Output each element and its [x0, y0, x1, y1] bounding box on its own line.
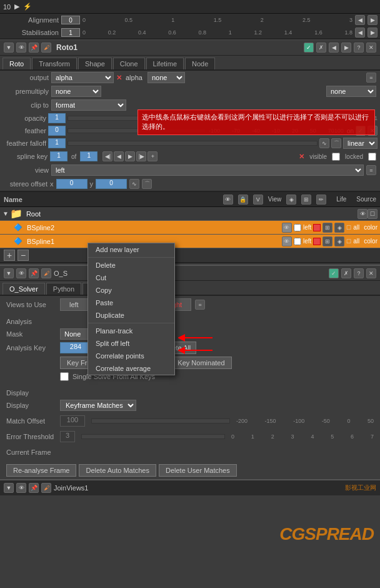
ctx-planar-track[interactable]: Planar-track [88, 325, 174, 337]
ctx-split-off-left[interactable]: Split off left [88, 337, 174, 350]
ctx-paste[interactable]: Paste [88, 297, 174, 309]
reanalyse-btn[interactable]: Re-analyse Frame [6, 464, 76, 477]
panel-collapse-btn[interactable]: ▼ [4, 43, 14, 53]
final-eye-btn[interactable]: 👁 [16, 483, 26, 493]
ctx-duplicate[interactable]: Duplicate [88, 309, 174, 322]
feather-falloff-curve-btn[interactable]: ⌒ [331, 138, 341, 148]
layer-view-btn[interactable]: V [253, 195, 263, 205]
spline-key-visible-cb[interactable] [332, 153, 340, 161]
spline-key-total-input[interactable]: 1 [80, 151, 98, 161]
output-extra-select[interactable]: none [148, 72, 185, 83]
display-select[interactable]: Keyframe Matches [60, 400, 136, 411]
tab-clone[interactable]: Clone [113, 58, 145, 69]
layer-lock-btn[interactable]: 🔒 [238, 195, 248, 205]
match-offset-track[interactable] [91, 418, 230, 423]
bspline2-icon-btn[interactable]: ⊞ [322, 223, 332, 233]
next-key2-btn[interactable]: |▶ [136, 151, 146, 161]
ctx-add-new-layer[interactable]: Add new layer [88, 243, 174, 256]
bottom-brush-btn[interactable]: 🖌 [41, 268, 51, 278]
timeline-btn-3[interactable]: ◀ [355, 28, 365, 38]
tab-lifetime[interactable]: Lifetime [146, 58, 184, 69]
add-key-btn[interactable]: + [148, 151, 158, 161]
tab-shape[interactable]: Shape [78, 58, 112, 69]
view-select[interactable]: left [51, 165, 364, 176]
bottom-eye-btn[interactable]: 👁 [16, 268, 26, 278]
tab-python[interactable]: Python [46, 283, 81, 295]
feather-input[interactable]: 0 [48, 126, 66, 136]
error-threshold-input[interactable]: 3 [60, 431, 75, 442]
tab-o-solver[interactable]: O_Solver [2, 283, 45, 295]
spline-key-input[interactable]: 1 [50, 151, 68, 161]
bottom-close-btn[interactable]: ✕ [366, 268, 376, 278]
stereo-x-input[interactable]: 0 [56, 179, 88, 189]
views-equals-btn[interactable]: = [195, 300, 205, 310]
panel-brush-btn[interactable]: 🖌 [41, 43, 51, 53]
root-eye-icon[interactable]: 👁 [358, 209, 368, 219]
feather-falloff-wave-btn[interactable]: ∿ [319, 138, 329, 148]
bottom-q-btn[interactable]: ? [354, 268, 364, 278]
layer-bspline2-row[interactable]: 🔷 BSpline2 👁 left ⊞ ◈ ☐ all color [0, 221, 380, 235]
tab-transform[interactable]: Transform [32, 58, 77, 69]
bottom-collapse-btn[interactable]: ▼ [4, 268, 14, 278]
layer-icons-3[interactable]: ✏ [316, 195, 326, 205]
ctx-correlate-points[interactable]: Correlate points [88, 350, 174, 362]
stereo-y-input[interactable]: 0 [96, 179, 127, 189]
ctx-correlate-average[interactable]: Correlate average [88, 362, 174, 375]
premultiply-extra-select[interactable]: none [326, 86, 376, 97]
stabilisation-value[interactable]: 1 [61, 28, 80, 37]
final-brush-btn[interactable]: 🖌 [41, 483, 51, 493]
clip-to-select[interactable]: format [51, 99, 126, 111]
panel-pin-btn[interactable]: 📌 [29, 43, 39, 53]
delete-auto-btn[interactable]: Delete Auto Matches [79, 464, 156, 477]
alignment-value[interactable]: 0 [61, 16, 80, 24]
timeline-btn-1[interactable]: ◀ [355, 15, 365, 25]
remove-layer-btn[interactable]: − [18, 250, 29, 261]
error-threshold-track[interactable] [81, 434, 225, 439]
bspline1-eye[interactable]: 👁 [282, 236, 292, 246]
single-solve-cb[interactable] [60, 372, 69, 381]
bottom-pin-btn[interactable]: 📌 [29, 268, 39, 278]
bspline1-icon-btn2[interactable]: ◈ [334, 236, 344, 246]
layer-eye-btn[interactable]: 👁 [223, 195, 233, 205]
feather-falloff-select[interactable]: linear [343, 138, 378, 149]
panel-close-btn[interactable]: ✕ [366, 43, 376, 53]
panel-check-btn[interactable]: ✓ [304, 43, 314, 53]
panel-eye-btn[interactable]: 👁 [16, 43, 26, 53]
output-select[interactable]: alpha [51, 72, 114, 83]
bottom-x-btn[interactable]: ✗ [341, 268, 351, 278]
prev-key2-btn[interactable]: ◀ [114, 151, 124, 161]
bspline1-cb1[interactable] [294, 238, 301, 245]
layer-bspline1-row[interactable]: 🔷 BSpline1 👁 left ⊞ ◈ ☐ all color [0, 235, 380, 248]
timeline-btn-2[interactable]: ▶ [368, 15, 378, 25]
stereo-curve-btn[interactable]: ⌒ [142, 179, 152, 189]
spline-key-locked-cb[interactable] [368, 153, 376, 161]
view-btn-left-1[interactable]: left [60, 298, 88, 311]
bspline2-eye[interactable]: 👁 [282, 223, 292, 233]
analysis-key-input[interactable]: 284 [60, 342, 91, 353]
layer-icons-2[interactable]: ⊞ [301, 195, 311, 205]
bspline2-icon-btn2[interactable]: ◈ [334, 223, 344, 233]
lightning-icon[interactable]: ⚡ [23, 3, 32, 11]
prev-key-btn[interactable]: ◀| [102, 151, 112, 161]
bspline1-icon-btn[interactable]: ⊞ [322, 236, 332, 246]
final-pin-btn[interactable]: 📌 [29, 483, 39, 493]
tab-roto[interactable]: Roto [2, 58, 31, 69]
ctx-cut[interactable]: Cut [88, 271, 174, 284]
key-nominated-btn[interactable]: Key Nominated [171, 357, 231, 369]
stereo-wave-btn[interactable]: ∿ [129, 179, 139, 189]
bspline2-cb1[interactable] [294, 224, 301, 231]
delete-user-btn[interactable]: Delete User Matches [159, 464, 237, 477]
root-cb1[interactable]: ☐ [368, 209, 378, 219]
view-equals-btn[interactable]: = [366, 165, 376, 175]
panel-arrow2-btn[interactable]: ▶ [341, 43, 351, 53]
feather-falloff-track[interactable] [68, 141, 318, 146]
match-offset-input[interactable]: 100 [60, 415, 85, 427]
bottom-check-btn[interactable]: ✓ [329, 268, 339, 278]
opacity-input[interactable]: 1 [48, 113, 66, 123]
panel-q-btn[interactable]: ? [354, 43, 364, 53]
panel-x-btn[interactable]: ✗ [316, 43, 326, 53]
add-layer-btn[interactable]: + [4, 250, 15, 261]
premultiply-select[interactable]: none [51, 86, 101, 97]
feather-falloff-input[interactable]: 1 [48, 138, 66, 148]
layer-icons-1[interactable]: ◈ [286, 195, 296, 205]
